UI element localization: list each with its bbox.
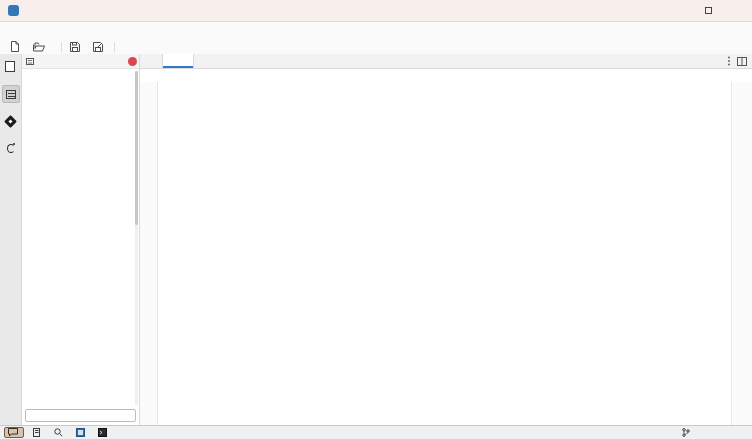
project-tree-icon — [6, 90, 16, 99]
project-panel-button[interactable] — [73, 427, 90, 438]
editor-area — [140, 54, 752, 425]
diamond-icon — [4, 115, 17, 128]
documents-icon — [7, 63, 15, 72]
minimize-button[interactable] — [672, 3, 696, 19]
kate-window: { "window": { "title": "backgroundcolorh… — [0, 0, 752, 439]
tree-scrollbar[interactable] — [135, 71, 138, 405]
git-branch-icon — [682, 428, 690, 437]
git-toolview-button[interactable] — [2, 112, 20, 130]
toolbar-separator — [114, 42, 115, 52]
documents-toolview-button[interactable] — [2, 58, 20, 76]
main-area — [0, 54, 752, 425]
toolbar — [0, 39, 752, 54]
diagnostics-icon — [32, 428, 41, 437]
undo-button[interactable] — [118, 40, 131, 53]
back-button[interactable] — [140, 54, 149, 68]
output-bubble-icon — [8, 428, 18, 437]
projects-toolview-button[interactable] — [2, 85, 20, 103]
tab-bar — [140, 54, 752, 69]
symbol-outline-icon — [7, 144, 15, 153]
kate-app-icon — [8, 5, 19, 16]
tab-backgroundcolorhelper[interactable] — [162, 54, 194, 68]
save-as-button[interactable] — [88, 40, 111, 53]
maximize-icon — [705, 7, 712, 14]
project-sidebar — [22, 54, 140, 425]
menu-bar — [0, 22, 752, 39]
code-text[interactable] — [158, 82, 731, 425]
breadcrumb — [140, 69, 752, 82]
minimap-scrollbar[interactable] — [731, 82, 752, 425]
tool-view-strip — [0, 54, 22, 425]
project-selector[interactable] — [24, 58, 124, 65]
line-number-gutter — [140, 82, 158, 425]
split-view-icon[interactable] — [737, 57, 747, 66]
window-controls — [672, 3, 744, 19]
project-file-tree — [22, 69, 139, 407]
tab-overflow-menu-icon[interactable] — [728, 60, 730, 62]
project-combo-icon — [26, 58, 34, 65]
diagnostics-panel-button[interactable] — [29, 427, 46, 438]
filter-input[interactable] — [25, 409, 136, 422]
tab-bar-actions — [728, 54, 752, 68]
new-button[interactable] — [5, 40, 28, 53]
status-right — [682, 428, 748, 437]
save-button[interactable] — [65, 40, 88, 53]
save-as-icon — [93, 42, 103, 52]
project-header — [22, 54, 139, 69]
terminal-icon — [98, 428, 107, 437]
search-icon — [54, 428, 63, 437]
title-bar — [0, 0, 752, 22]
forward-button[interactable] — [149, 54, 158, 68]
error-badge[interactable] — [128, 57, 137, 66]
tree-scrollbar-thumb[interactable] — [135, 71, 138, 225]
redo-button[interactable] — [131, 40, 144, 53]
code-editor[interactable] — [140, 82, 752, 425]
search-panel-button[interactable] — [51, 427, 68, 438]
save-icon — [70, 42, 80, 52]
toolbar-separator — [61, 42, 62, 52]
symbols-toolview-button[interactable] — [2, 139, 20, 157]
open-button[interactable] — [28, 40, 58, 53]
terminal-panel-button[interactable] — [95, 427, 112, 438]
output-panel-button[interactable] — [4, 427, 24, 438]
status-bar — [0, 425, 752, 439]
close-button[interactable] — [720, 3, 744, 19]
git-branch[interactable] — [682, 428, 692, 437]
new-document-icon — [10, 41, 20, 52]
maximize-button[interactable] — [696, 3, 720, 19]
open-folder-icon — [33, 42, 45, 52]
project-panel-icon — [76, 428, 85, 437]
